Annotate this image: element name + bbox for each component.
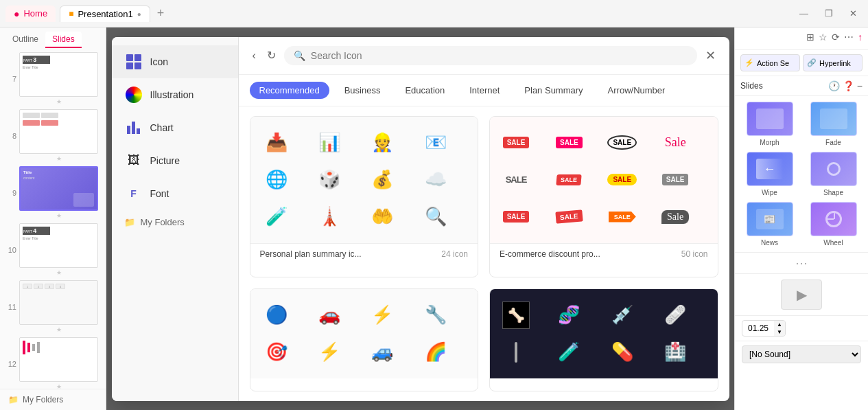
transport-icon-6: ⚡ <box>313 336 346 369</box>
window-controls: — ❐ ✕ <box>794 7 863 20</box>
zoom-icon[interactable]: ⊞ <box>806 32 814 43</box>
icon-pack-medical[interactable]: 🦴 🧬 💉 🩹 🧪 💊 🏥 <box>489 288 718 391</box>
sale-icon-8: SALE <box>659 163 692 196</box>
duration-input[interactable]: 01.25 ▲ ▼ <box>742 320 786 337</box>
back-button[interactable]: ‹ <box>250 47 259 65</box>
chevron-down-icon[interactable]: − <box>857 80 863 91</box>
nav-item-illustration[interactable]: Illustration <box>112 78 238 111</box>
sale-icon-6: SALE <box>552 163 585 196</box>
wipe-label: Wipe <box>762 189 777 196</box>
filter-arrow-number[interactable]: Arrow/Number <box>598 82 675 99</box>
nav-icon-illustration <box>124 85 143 104</box>
maximize-button[interactable]: ❐ <box>819 7 838 20</box>
pack-count-2: 50 icon <box>681 249 708 259</box>
my-folders-item[interactable]: 📁 My Folders <box>0 389 106 410</box>
duration-arrows: ▲ ▼ <box>774 321 785 336</box>
filter-recommended[interactable]: Recommended <box>250 82 329 99</box>
add-tab-button[interactable]: + <box>154 6 167 21</box>
search-input[interactable] <box>311 50 688 61</box>
icon-preview-worker: 👷 <box>366 126 399 159</box>
presentation-tab[interactable]: ■ Presentation1 ● <box>60 5 150 22</box>
duration-up-button[interactable]: ▲ <box>774 321 785 328</box>
modal-close-button[interactable]: ✕ <box>703 45 718 66</box>
transport-icon-5: 🎯 <box>260 336 293 369</box>
nav-item-icon[interactable]: Icon <box>112 45 238 78</box>
nav-label-picture: Picture <box>150 155 180 166</box>
filter-education[interactable]: Education <box>395 82 454 99</box>
transition-wheel[interactable]: Wheel <box>804 202 863 247</box>
more-icon[interactable]: ⋯ <box>844 32 854 43</box>
transport-icon-2: 🚗 <box>313 299 346 332</box>
sound-row: [No Sound] <box>735 341 868 367</box>
icon-pack-preview-4: 🦴 🧬 💉 🩹 🧪 💊 🏥 <box>490 289 718 378</box>
folder-nav-icon: 📁 <box>124 217 135 227</box>
home-tab[interactable]: ● Home <box>5 5 56 22</box>
slide-item-8[interactable]: 8 ★ <box>3 109 103 162</box>
slide-item-7[interactable]: 7 PART 3 Enter Title ★ <box>3 52 103 105</box>
slide-item-11[interactable]: 11 1 2 3 4 ★ <box>3 280 103 333</box>
nav-item-chart[interactable]: Chart <box>112 111 238 144</box>
sale-icon-2: SALE <box>552 126 585 159</box>
transport-icon-3: ⚡ <box>366 299 399 332</box>
icon-pack-preview-1: 📥 📊 👷 📧 🌐 🎲 💰 ☁️ 🧪 🗼 🤲 <box>250 117 478 243</box>
modal-header: ‹ ↻ 🔍 ✕ <box>239 37 729 75</box>
duration-down-button[interactable]: ▼ <box>774 328 785 336</box>
filter-internet[interactable]: Internet <box>460 82 509 99</box>
action-hyperlink-area: ⚡ Action Se 🔗 Hyperlink <box>735 50 868 76</box>
expand-icon[interactable]: ↑ <box>858 32 863 43</box>
help-icon[interactable]: ❓ <box>843 80 854 91</box>
transition-fade[interactable]: Fade <box>804 102 863 146</box>
medical-icon-8: 🏥 <box>659 336 692 369</box>
icon-preview-email: 📧 <box>419 126 452 159</box>
search-icon: 🔍 <box>294 50 305 61</box>
icon-pack-footer-1: Personal plan summary ic... 24 icon <box>250 243 478 264</box>
slides-transitions-label: Slides <box>740 81 763 91</box>
transition-shape[interactable]: Shape <box>804 152 863 196</box>
icon-preview-cloud: ☁️ <box>419 163 452 196</box>
icon-preview-download: 📥 <box>260 126 293 159</box>
fade-thumb <box>810 102 857 136</box>
sound-select[interactable]: [No Sound] <box>742 345 861 363</box>
clock-icon[interactable]: 🕐 <box>828 80 840 91</box>
transition-wipe[interactable]: ← Wipe <box>740 152 799 196</box>
my-folders-nav[interactable]: 📁 My Folders <box>112 210 238 234</box>
nav-item-font[interactable]: F Font <box>112 177 238 210</box>
icon-picker-modal: Icon Illustration <box>112 37 729 401</box>
transition-morph[interactable]: Morph <box>740 102 799 146</box>
sale-icon-5: SALE <box>500 163 532 196</box>
filter-business[interactable]: Business <box>335 82 390 99</box>
icon-preview-tower: 🗼 <box>313 201 346 234</box>
icon-pack-personal-plan[interactable]: 📥 📊 👷 📧 🌐 🎲 💰 ☁️ 🧪 🗼 🤲 <box>250 116 479 277</box>
filter-plan-summary[interactable]: Plan Summary <box>515 82 592 99</box>
slide-item-12[interactable]: 12 ★ <box>3 337 103 389</box>
icon-pack-ecommerce[interactable]: SALE SALE SALE Sale <box>489 116 718 277</box>
play-button[interactable]: ▶ <box>781 280 822 310</box>
icon-pack-transport[interactable]: 🔵 🚗 ⚡ 🔧 🎯 ⚡ 🚙 🌈 <box>250 288 479 391</box>
hyperlink-button[interactable]: 🔗 Hyperlink <box>803 54 863 71</box>
medical-icon-4: 🩹 <box>659 299 692 332</box>
action-icon: ⚡ <box>744 58 754 67</box>
folder-icon: 📁 <box>8 395 19 405</box>
tab-close-icon[interactable]: ● <box>137 10 141 18</box>
tab-outline[interactable]: Outline <box>5 32 45 48</box>
tab-slides[interactable]: Slides <box>45 32 82 48</box>
slide-item-10[interactable]: 10 PART 4 Enter Title ★ <box>3 223 103 276</box>
slide-thumb-7: PART 3 Enter Title <box>19 52 98 97</box>
star-icon[interactable]: ☆ <box>819 32 828 43</box>
action-section-button[interactable]: ⚡ Action Se <box>740 54 800 71</box>
close-button[interactable]: ✕ <box>844 7 863 20</box>
medical-icon-2: 🧬 <box>552 299 585 332</box>
slide-item-9[interactable]: 9 Title content ★ <box>3 166 103 219</box>
nav-item-picture[interactable]: 🖼 Picture <box>112 144 238 177</box>
wheel-thumb <box>810 202 857 236</box>
nav-label-illustration: Illustration <box>150 89 194 100</box>
refresh-button[interactable]: ↻ <box>264 46 279 65</box>
sale-icon-7: SALE <box>606 163 639 196</box>
transitions-grid: Morph Fade ← Wipe <box>735 96 868 252</box>
transition-news[interactable]: 📰 News <box>740 202 799 247</box>
rotate-icon[interactable]: ⟳ <box>832 32 840 43</box>
transport-icon-7: 🚙 <box>366 336 399 369</box>
more-transitions-icon[interactable]: ⋯ <box>795 255 808 271</box>
icon-preview-search: 🔍 <box>419 201 452 234</box>
minimize-button[interactable]: — <box>794 7 814 20</box>
